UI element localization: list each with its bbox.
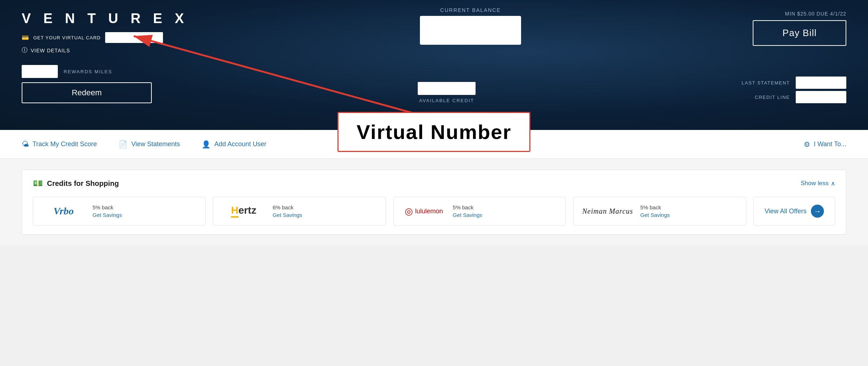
lululemon-details: 5% back Get Savings (453, 204, 482, 218)
neiman-marcus-details: 5% back Get Savings (640, 204, 670, 218)
virtual-card-label: GET YOUR VIRTUAL CARD (33, 35, 101, 40)
middle-row: REWARDS MILES Redeem AVAILABLE CREDIT LA… (22, 65, 846, 103)
virtual-card-row[interactable]: 💳 GET YOUR VIRTUAL CARD (22, 32, 188, 43)
credits-header: 💵 Credits for Shopping Show less ∧ (33, 179, 835, 188)
view-all-arrow-icon: → (811, 205, 824, 218)
hertz-logo: Hertz (222, 205, 265, 218)
lululemon-wordmark: lululemon (415, 208, 443, 215)
rewards-label: REWARDS MILES (64, 69, 112, 74)
offer-card-hertz[interactable]: Hertz 6% back Get Savings (213, 197, 386, 226)
due-label: MIN $25.00 DUE 4/1/22 (785, 11, 846, 17)
statements-icon: 📄 (119, 140, 128, 149)
credits-title-text: Credits for Shopping (47, 179, 119, 188)
nav-view-statements[interactable]: 📄 View Statements (119, 140, 202, 149)
credits-section: 💵 Credits for Shopping Show less ∧ Vrbo … (22, 170, 846, 235)
brand-logo: V E N T U R E X (22, 11, 188, 26)
last-statement-row: LAST STATEMENT (742, 77, 846, 89)
virtual-number-overlay: Virtual Number (338, 112, 530, 152)
pay-bill-button[interactable]: Pay Bill (753, 20, 846, 46)
credit-line-label: CREDIT LINE (755, 95, 790, 100)
available-credit-label: AVAILABLE CREDIT (419, 98, 474, 103)
shopping-icon: 💵 (33, 179, 43, 188)
add-user-icon: 👤 (202, 140, 211, 149)
show-less-button[interactable]: Show less ∧ (801, 180, 835, 187)
vrbo-savings[interactable]: Get Savings (93, 212, 122, 218)
lululemon-logo: ◎ lululemon (402, 206, 446, 217)
nav-add-account-user[interactable]: 👤 Add Account User (202, 140, 288, 149)
gear-icon: ⚙ (804, 140, 810, 149)
rewards-miles-row: REWARDS MILES (22, 65, 152, 78)
offer-card-lululemon[interactable]: ◎ lululemon 5% back Get Savings (393, 197, 566, 226)
header-top-row: V E N T U R E X 💳 GET YOUR VIRTUAL CARD … (22, 11, 846, 54)
neiman-marcus-savings[interactable]: Get Savings (640, 212, 670, 218)
content-area: 💵 Credits for Shopping Show less ∧ Vrbo … (0, 159, 868, 245)
rewards-section: REWARDS MILES Redeem (22, 65, 152, 103)
credit-card-icon: 💳 (22, 34, 29, 41)
view-details-label: VIEW DETAILS (31, 48, 70, 53)
hertz-savings[interactable]: Get Savings (272, 212, 302, 218)
lululemon-percent: 5% back (453, 204, 482, 210)
credit-line-row: CREDIT LINE (755, 91, 846, 103)
nav-i-want-to[interactable]: ⚙ I Want To... (804, 140, 846, 149)
credit-score-icon: 🌤 (22, 140, 29, 148)
hertz-details: 6% back Get Savings (272, 204, 302, 218)
offer-card-neiman-marcus[interactable]: Neiman Marcus 5% back Get Savings (573, 197, 746, 226)
current-balance-label: CURRENT BALANCE (440, 7, 500, 13)
vrbo-details: 5% back Get Savings (93, 204, 122, 218)
offer-card-vrbo[interactable]: Vrbo 5% back Get Savings (33, 197, 206, 226)
vrbo-percent: 5% back (93, 204, 122, 210)
header-section: V E N T U R E X 💳 GET YOUR VIRTUAL CARD … (0, 0, 868, 130)
view-statements-label: View Statements (131, 140, 180, 148)
rewards-miles-value (22, 65, 58, 78)
pay-bill-section: MIN $25.00 DUE 4/1/22 Pay Bill (753, 11, 846, 46)
available-credit-value (418, 82, 476, 95)
view-all-label: View All Offers (765, 208, 807, 215)
brand-section: V E N T U R E X 💳 GET YOUR VIRTUAL CARD … (22, 11, 188, 54)
last-statement-value (796, 77, 846, 89)
neiman-marcus-logo: Neiman Marcus (582, 207, 633, 215)
redeem-button[interactable]: Redeem (22, 82, 152, 103)
info-icon: ⓘ (22, 47, 28, 54)
virtual-number-text: Virtual Number (357, 121, 511, 143)
credit-line-value (796, 91, 846, 103)
last-statement-label: LAST STATEMENT (742, 80, 790, 86)
current-balance-section: CURRENT BALANCE (420, 7, 521, 45)
neiman-marcus-percent: 5% back (640, 204, 670, 210)
i-want-to-label: I Want To... (814, 140, 846, 148)
balance-value-box (420, 16, 521, 45)
offers-grid: Vrbo 5% back Get Savings Hertz 6% back G… (33, 197, 835, 226)
view-details-row[interactable]: ⓘ VIEW DETAILS (22, 47, 188, 54)
vrbo-logo: Vrbo (42, 205, 85, 217)
credits-title: 💵 Credits for Shopping (33, 179, 119, 188)
statement-section: LAST STATEMENT CREDIT LINE (742, 77, 846, 103)
show-less-label: Show less (801, 180, 829, 187)
virtual-card-input[interactable] (105, 32, 163, 43)
chevron-up-icon: ∧ (831, 180, 835, 187)
lululemon-symbol: ◎ (405, 206, 413, 217)
lululemon-savings[interactable]: Get Savings (453, 212, 482, 218)
nav-track-credit[interactable]: 🌤 Track My Credit Score (22, 140, 119, 148)
add-account-user-label: Add Account User (214, 140, 266, 148)
hertz-percent: 6% back (272, 204, 302, 210)
available-credit-section: AVAILABLE CREDIT (418, 82, 476, 103)
track-credit-label: Track My Credit Score (33, 140, 97, 148)
view-all-offers-card[interactable]: View All Offers → (753, 197, 835, 226)
